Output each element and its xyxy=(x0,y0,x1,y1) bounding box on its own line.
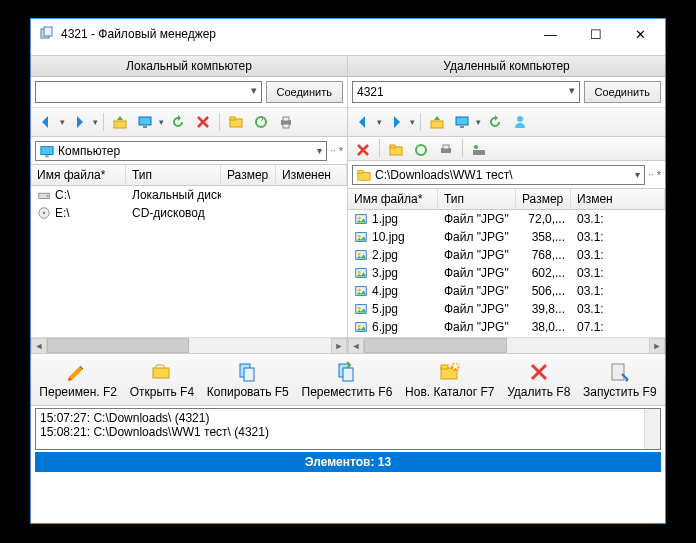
sync-icon[interactable] xyxy=(410,139,432,161)
list-item[interactable]: 3.jpgФайл "JPG"602,...03.1: xyxy=(348,264,665,282)
remote-scrollbar[interactable]: ◄► xyxy=(348,337,665,353)
col-modified[interactable]: Измен xyxy=(571,189,665,209)
svg-point-23 xyxy=(416,145,426,155)
col-name[interactable]: Имя файла* xyxy=(31,165,126,185)
remote-toolbar-2 xyxy=(348,137,665,161)
local-scrollbar[interactable]: ◄► xyxy=(31,337,347,353)
svg-rect-1 xyxy=(44,27,52,36)
close-button[interactable]: ✕ xyxy=(618,20,663,48)
local-file-list[interactable]: C:\Локальный дискE:\CD-дисковод xyxy=(31,186,347,337)
cancel-icon[interactable] xyxy=(352,139,374,161)
refresh-icon[interactable] xyxy=(484,111,506,133)
dots-icon[interactable]: ·· xyxy=(648,169,654,180)
back-icon[interactable] xyxy=(35,111,57,133)
remote-connection-select[interactable]: 4321 xyxy=(352,81,580,103)
star-icon[interactable]: * xyxy=(657,169,661,181)
col-size[interactable]: Размер xyxy=(516,189,571,209)
svg-rect-48 xyxy=(153,368,169,378)
svg-rect-57 xyxy=(612,364,624,380)
svg-point-14 xyxy=(47,195,49,197)
action-folder-open[interactable]: Открыть F4 xyxy=(126,358,198,401)
svg-rect-6 xyxy=(230,117,235,120)
cancel-icon[interactable] xyxy=(192,111,214,133)
list-item[interactable]: 10.jpgФайл "JPG"358,...03.1: xyxy=(348,228,665,246)
star-icon[interactable]: * xyxy=(339,145,343,157)
svg-rect-17 xyxy=(431,121,443,128)
up-folder-icon[interactable] xyxy=(426,111,448,133)
local-connect-button[interactable]: Соединить xyxy=(266,81,344,103)
action-move[interactable]: Переместить F6 xyxy=(298,358,397,401)
svg-point-33 xyxy=(358,235,361,238)
svg-rect-52 xyxy=(343,368,353,381)
svg-rect-26 xyxy=(473,150,485,155)
local-panel: Локальный компьютер Соединить ▾ ▾ ▾ xyxy=(31,56,348,353)
list-item[interactable]: C:\Локальный диск xyxy=(31,186,347,204)
action-delete[interactable]: Удалить F8 xyxy=(503,358,574,401)
svg-rect-4 xyxy=(143,126,147,128)
svg-point-27 xyxy=(474,145,478,149)
list-item[interactable]: E:\CD-дисковод xyxy=(31,204,347,222)
log-line: 15:08:21: C:\Downloads\WW1 тест\ (4321) xyxy=(40,425,656,439)
user-icon[interactable] xyxy=(509,111,531,133)
action-run[interactable]: Запустить F9 xyxy=(579,358,661,401)
log-panel[interactable]: 15:07:27: C:\Downloads\ (4321)15:08:21: … xyxy=(35,408,661,450)
refresh-icon[interactable] xyxy=(167,111,189,133)
dots-icon[interactable]: ·· xyxy=(330,145,336,156)
remote-connect-button[interactable]: Соединить xyxy=(584,81,662,103)
forward-icon[interactable] xyxy=(385,111,407,133)
col-modified[interactable]: Изменен xyxy=(276,165,347,185)
svg-point-35 xyxy=(358,253,361,256)
svg-rect-22 xyxy=(390,145,395,148)
svg-rect-9 xyxy=(283,117,289,121)
svg-rect-29 xyxy=(358,170,363,173)
forward-icon[interactable] xyxy=(68,111,90,133)
folder-icon[interactable] xyxy=(225,111,247,133)
svg-point-31 xyxy=(358,217,361,220)
local-connection-select[interactable] xyxy=(35,81,262,103)
list-item[interactable]: 2.jpgФайл "JPG"768,...03.1: xyxy=(348,246,665,264)
monitor-icon[interactable] xyxy=(451,111,473,133)
col-size[interactable]: Размер xyxy=(221,165,276,185)
local-toolbar: ▾ ▾ ▾ xyxy=(31,108,347,137)
print-icon[interactable] xyxy=(435,139,457,161)
titlebar[interactable]: 4321 - Файловый менеджер — ☐ ✕ xyxy=(31,19,665,49)
maximize-button[interactable]: ☐ xyxy=(573,20,618,48)
svg-rect-10 xyxy=(283,124,289,128)
pencil-icon xyxy=(66,360,90,384)
run-icon xyxy=(608,360,632,384)
action-pencil[interactable]: Переимен. F2 xyxy=(35,358,121,401)
svg-rect-54 xyxy=(441,365,448,369)
svg-point-39 xyxy=(358,289,361,292)
list-item[interactable]: 4.jpgФайл "JPG"506,...03.1: xyxy=(348,282,665,300)
list-item[interactable]: 6.jpgФайл "JPG"38,0...07.1: xyxy=(348,318,665,336)
remote-file-list[interactable]: 1.jpgФайл "JPG"72,0,...03.1:10.jpgФайл "… xyxy=(348,210,665,337)
action-copy[interactable]: Копировать F5 xyxy=(203,358,293,401)
folder-icon[interactable] xyxy=(385,139,407,161)
print-icon[interactable] xyxy=(275,111,297,133)
minimize-button[interactable]: — xyxy=(528,20,573,48)
svg-rect-19 xyxy=(460,126,464,128)
tools-icon[interactable] xyxy=(468,139,490,161)
delete-icon xyxy=(527,360,551,384)
local-path-select[interactable]: Компьютер xyxy=(35,141,327,161)
action-bar: Переимен. F2Открыть F4Копировать F5Перем… xyxy=(31,353,665,406)
list-item[interactable]: 5.jpgФайл "JPG"39,8...03.1: xyxy=(348,300,665,318)
svg-point-37 xyxy=(358,271,361,274)
svg-rect-12 xyxy=(45,155,49,157)
remote-path-select[interactable]: C:\Downloads\WW1 тест\ xyxy=(352,165,645,185)
svg-rect-25 xyxy=(443,145,449,149)
log-line: 15:07:27: C:\Downloads\ (4321) xyxy=(40,411,656,425)
sync-icon[interactable] xyxy=(250,111,272,133)
up-folder-icon[interactable] xyxy=(109,111,131,133)
svg-point-41 xyxy=(358,307,361,310)
back-icon[interactable] xyxy=(352,111,374,133)
col-type[interactable]: Тип xyxy=(126,165,221,185)
col-type[interactable]: Тип xyxy=(438,189,516,209)
folder-open-icon xyxy=(150,360,174,384)
action-new-folder[interactable]: ★Нов. Каталог F7 xyxy=(401,358,498,401)
remote-toolbar: ▾ ▾ ▾ xyxy=(348,108,665,137)
monitor-icon[interactable] xyxy=(134,111,156,133)
log-scrollbar[interactable] xyxy=(644,409,660,449)
col-name[interactable]: Имя файла* xyxy=(348,189,438,209)
list-item[interactable]: 1.jpgФайл "JPG"72,0,...03.1: xyxy=(348,210,665,228)
